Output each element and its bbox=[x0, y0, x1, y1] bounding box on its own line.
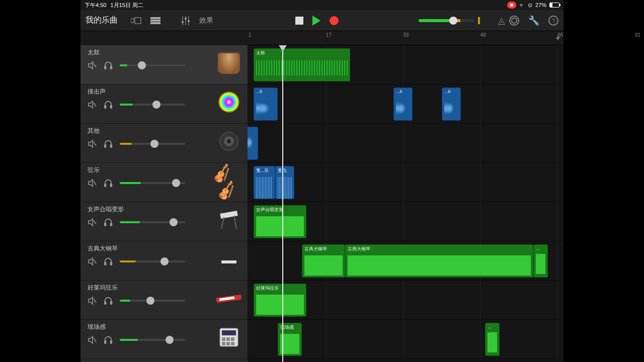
add-section-icon[interactable]: + bbox=[555, 33, 560, 44]
view-toggle-button[interactable] bbox=[129, 14, 144, 27]
mute-icon[interactable] bbox=[88, 218, 97, 227]
instrument-icon[interactable] bbox=[214, 244, 244, 274]
track-header[interactable]: 撞击声 bbox=[80, 84, 248, 124]
master-volume-slider[interactable] bbox=[419, 19, 474, 22]
instrument-icon[interactable] bbox=[214, 284, 244, 313]
mute-icon[interactable] bbox=[88, 296, 97, 305]
mute-icon[interactable] bbox=[88, 178, 97, 188]
loop-browser-icon[interactable] bbox=[509, 16, 519, 26]
instrument-icon[interactable] bbox=[214, 127, 244, 156]
stop-button[interactable] bbox=[295, 17, 303, 25]
record-button[interactable] bbox=[330, 16, 339, 25]
playhead[interactable] bbox=[282, 45, 283, 362]
region[interactable]: 好莱坞弦乐 bbox=[254, 284, 307, 317]
track-lane[interactable]: ...6...6...6 bbox=[248, 84, 564, 124]
headphones-icon[interactable] bbox=[104, 296, 113, 305]
mute-icon[interactable] bbox=[88, 257, 97, 266]
track-volume-slider[interactable] bbox=[120, 339, 185, 341]
track-volume-slider[interactable] bbox=[120, 64, 185, 66]
svg-point-10 bbox=[188, 20, 190, 22]
instrument-icon[interactable] bbox=[214, 87, 244, 117]
help-icon[interactable]: ? bbox=[548, 16, 558, 26]
track-lane[interactable]: 好莱坞弦乐 bbox=[248, 281, 564, 320]
track-header[interactable]: 太鼓 bbox=[80, 45, 248, 84]
headphones-icon[interactable] bbox=[104, 218, 113, 227]
instrument-icon[interactable] bbox=[214, 48, 244, 77]
mute-icon[interactable] bbox=[88, 100, 97, 109]
region[interactable]: 复...乐 bbox=[254, 166, 275, 199]
mute-icon[interactable] bbox=[88, 335, 97, 344]
track-volume-slider[interactable] bbox=[120, 300, 185, 302]
region[interactable]: 太鼓 bbox=[254, 48, 350, 81]
track-lane[interactable]: 现场感... bbox=[248, 320, 564, 359]
track-volume-slider[interactable] bbox=[120, 182, 185, 184]
mute-icon[interactable] bbox=[88, 61, 97, 70]
track-view-button[interactable] bbox=[148, 14, 163, 27]
track-header[interactable]: 女声合唱变形 bbox=[80, 202, 248, 241]
region[interactable]: 古典大钢琴 bbox=[345, 244, 533, 278]
track-volume-slider[interactable] bbox=[120, 143, 185, 145]
svg-rect-55 bbox=[105, 302, 106, 304]
region[interactable]: ... bbox=[485, 323, 500, 356]
clip-indicator-icon bbox=[478, 17, 480, 24]
headphones-icon[interactable] bbox=[104, 139, 113, 148]
svg-marker-17 bbox=[89, 101, 93, 108]
region[interactable]: 复仇 bbox=[275, 166, 294, 199]
region-loop-handle[interactable] bbox=[350, 49, 350, 81]
headphones-icon[interactable] bbox=[104, 178, 113, 188]
track-header[interactable]: 古典大钢琴 bbox=[80, 241, 248, 281]
region[interactable]: 现场感 bbox=[278, 323, 302, 356]
region[interactable]: 古典大钢琴 bbox=[302, 244, 345, 278]
play-button[interactable] bbox=[312, 16, 320, 26]
track-name-label: 好莱坞弦乐 bbox=[88, 284, 212, 292]
track-header[interactable]: 其他 bbox=[80, 124, 248, 163]
mute-icon[interactable] bbox=[88, 139, 97, 148]
status-time: 下午4:50 bbox=[85, 2, 106, 9]
instrument-icon[interactable]: 🎻🎻 bbox=[214, 166, 244, 195]
svg-point-6 bbox=[182, 21, 184, 23]
track-lane[interactable]: 古典大钢琴古典大钢琴... bbox=[248, 241, 564, 281]
track-lane[interactable]: 太鼓 bbox=[248, 45, 564, 84]
headphones-icon[interactable] bbox=[104, 61, 113, 70]
track-volume-slider[interactable] bbox=[120, 260, 185, 262]
region[interactable]: 女声合唱变形 bbox=[254, 205, 307, 238]
metronome-icon[interactable]: ◬ bbox=[498, 15, 505, 26]
track-volume-slider[interactable] bbox=[120, 104, 185, 106]
svg-rect-39 bbox=[111, 223, 112, 226]
orientation-lock-icon: ⊙ bbox=[528, 2, 532, 9]
track-name-label: 弦乐 bbox=[88, 166, 212, 174]
svg-rect-63 bbox=[111, 341, 112, 343]
track-header[interactable]: 好莱坞弦乐 bbox=[80, 281, 248, 320]
track-name-label: 古典大钢琴 bbox=[88, 244, 212, 253]
region[interactable]: ...6 bbox=[254, 87, 278, 121]
fx-button[interactable]: 效果 bbox=[197, 14, 215, 27]
headphones-icon[interactable] bbox=[104, 335, 113, 344]
region[interactable]: ...6 bbox=[442, 87, 461, 121]
instrument-icon[interactable] bbox=[214, 323, 244, 352]
track-name-label: 女声合唱变形 bbox=[88, 205, 212, 214]
svg-rect-65 bbox=[222, 330, 236, 335]
region-label: ... bbox=[536, 246, 545, 251]
region[interactable] bbox=[248, 127, 258, 160]
mixer-icon[interactable] bbox=[178, 14, 193, 27]
region-label: 古典大钢琴 bbox=[304, 246, 343, 252]
headphones-icon[interactable] bbox=[104, 100, 113, 109]
song-title[interactable]: 我的乐曲 bbox=[86, 15, 118, 26]
track-header[interactable]: 现场感 bbox=[80, 320, 248, 359]
headphones-icon[interactable] bbox=[104, 257, 113, 266]
track-header[interactable]: 弦乐 🎻🎻 bbox=[80, 163, 248, 202]
track-lane[interactable] bbox=[248, 124, 564, 163]
timeline-area[interactable]: 太鼓...6...6...6复...乐复仇女声合唱变形古典大钢琴古典大钢琴...… bbox=[248, 45, 564, 362]
region[interactable]: ...6 bbox=[393, 87, 413, 121]
svg-rect-3 bbox=[150, 20, 160, 22]
track-volume-slider[interactable] bbox=[120, 221, 185, 223]
track-lane[interactable]: 女声合唱变形 bbox=[248, 202, 564, 241]
timeline-ruler[interactable]: 1173349658197 + bbox=[248, 31, 564, 45]
wifi-icon: ᯤ bbox=[519, 2, 525, 8]
svg-rect-33 bbox=[105, 184, 106, 187]
track-lane[interactable]: 复...乐复仇 bbox=[248, 163, 564, 202]
region[interactable]: ... bbox=[533, 244, 548, 278]
settings-icon[interactable]: 🔧 bbox=[528, 15, 539, 26]
instrument-icon[interactable] bbox=[214, 205, 244, 234]
svg-line-42 bbox=[234, 216, 236, 229]
